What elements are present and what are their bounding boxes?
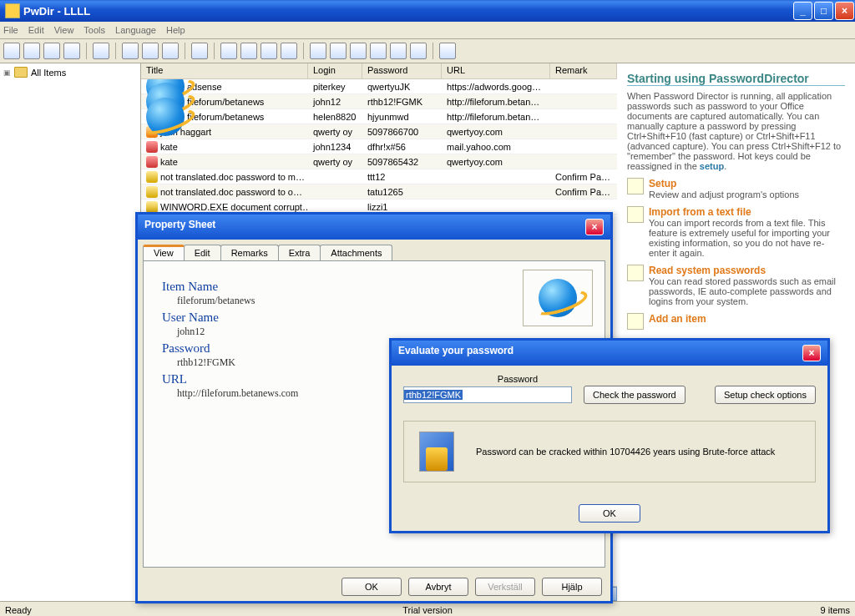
toolbar-separator [86,43,87,59]
cell-title: fileforum/betanews [187,112,264,122]
apply-button[interactable]: Verkställ [475,578,535,596]
menu-language[interactable]: Language [115,25,156,35]
table-row[interactable]: kateqwerty oy5097865432qwertyoy.com [141,154,617,169]
cell-title: not translated.doc password to m… [160,172,305,182]
evaluate-password-dialog: Evaluate your password × Password rthb12… [389,338,830,533]
tool-copy-icon[interactable] [142,43,159,59]
dialog-title: Evaluate your password [398,345,514,361]
tab-view[interactable]: View [143,245,185,260]
close-button[interactable]: × [835,2,854,20]
dialog-close-button[interactable]: × [585,219,604,235]
tool-eval-icon[interactable] [390,43,407,59]
read-passwords-icon [627,265,644,281]
cell-login: john1234 [308,142,362,152]
table-row[interactable]: not translated.doc password to o…tatu126… [141,184,617,199]
table-row[interactable]: katejohn1234dfhr!x#56mail.yahoo.com [141,139,617,154]
tool-cut-icon[interactable] [122,43,139,59]
tool-open-icon[interactable] [23,43,40,59]
tool-help-icon[interactable] [439,43,456,59]
menu-edit[interactable]: Edit [28,25,44,35]
col-remark[interactable]: Remark [550,63,617,78]
row-icon [146,156,158,168]
tree-expand-icon[interactable]: ▣ [3,68,11,77]
table-row[interactable]: fileforum/betanewshelen8820hjyunmwdhttp:… [141,109,617,124]
tool-zoomin-icon[interactable] [310,43,326,59]
cell-password: 5097866700 [362,127,442,137]
tool-paste-icon[interactable] [162,43,179,59]
section-add-item[interactable]: Add an item [649,313,706,325]
setup-link[interactable]: setup [700,161,724,171]
tree-root[interactable]: ▣ All Items [3,67,137,78]
cell-login: john12 [308,97,362,107]
help-intro: When Password Director is running, all a… [627,91,845,171]
tree-panel: ▣ All Items [0,63,141,601]
cell-remark: Confirm Passw [550,172,617,182]
dialog-titlebar[interactable]: Evaluate your password × [392,341,827,366]
tool-doc-icon[interactable] [370,43,387,59]
tool-print-icon[interactable] [410,43,427,59]
cell-login: qwerty oy [308,157,362,167]
cell-password: lizzi1 [362,202,442,212]
cell-password: hjyunmwd [362,112,442,122]
cell-password: ttt12 [362,172,442,182]
col-login[interactable]: Login [308,63,362,78]
help-button[interactable]: Hjälp [542,578,602,596]
col-url[interactable]: URL [442,63,550,78]
ok-button[interactable]: OK [341,578,402,596]
section-import[interactable]: Import from a text file [649,206,845,218]
minimize-button[interactable]: _ [793,2,812,20]
result-text: Password can be cracked within 10704426 … [476,447,775,457]
tool-zoomout-icon[interactable] [330,43,347,59]
row-icon [146,141,158,153]
tool-edit-icon[interactable] [261,43,277,59]
cell-password: qwertyuJK [362,82,442,92]
tab-edit[interactable]: Edit [184,245,221,260]
ok-button[interactable]: OK [579,504,640,523]
toolbar-separator [303,43,304,59]
tab-remarks[interactable]: Remarks [220,245,279,260]
tool-save-icon[interactable] [43,43,60,59]
toolbar-separator [185,43,185,59]
cell-url: mail.yahoo.com [442,142,550,152]
add-item-icon [627,313,644,330]
menu-tools[interactable]: Tools [83,25,105,35]
tool-new-icon[interactable] [3,43,20,59]
folder-icon [14,67,28,78]
cell-title: kate [160,142,178,152]
tool-saveall-icon[interactable] [63,43,80,59]
menu-view[interactable]: View [54,25,74,35]
tab-attachments[interactable]: Attachments [320,245,392,260]
cell-password: dfhr!x#56 [362,142,442,152]
dialog-titlebar[interactable]: Property Sheet × [138,215,610,240]
menu-help[interactable]: Help [166,25,185,35]
tool-back-icon[interactable] [93,43,109,59]
setup-options-button[interactable]: Setup check options [715,386,816,404]
cell-title: WINWORD.EXE document corrupt… [160,202,308,212]
row-icon [146,98,185,136]
table-row[interactable]: john haggartqwerty oy5097866700qwertyoy.… [141,124,617,139]
status-left: Ready [5,605,32,615]
password-input[interactable]: rthb12!FGMK [403,386,572,403]
tab-extra[interactable]: Extra [278,245,321,260]
toolbar-separator [115,43,116,59]
cell-password: tatu1265 [362,187,442,197]
window-titlebar: PwDir - LLLL _ □ × [0,0,855,22]
dialog-close-button[interactable]: × [802,345,821,361]
cell-password: rthb12!FGMK [362,97,442,107]
tool-preview-icon[interactable] [350,43,367,59]
window-title: PwDir - LLLL [23,5,90,18]
tool-add-icon[interactable] [240,43,257,59]
cell-title: kate [160,157,178,167]
maximize-button[interactable]: □ [814,2,833,20]
tool-settings-icon[interactable] [281,43,297,59]
check-password-button[interactable]: Check the password [584,386,686,404]
col-title[interactable]: Title [141,63,308,78]
cancel-button[interactable]: Avbryt [408,578,468,596]
section-setup[interactable]: Setup [649,178,799,189]
col-password[interactable]: Password [362,63,442,78]
menu-file[interactable]: File [3,25,18,35]
tool-find-icon[interactable] [191,43,208,59]
section-read-passwords[interactable]: Read system passwords [649,265,845,276]
tool-user-icon[interactable] [220,43,237,59]
table-row[interactable]: not translated.doc password to m…ttt12Co… [141,169,617,184]
